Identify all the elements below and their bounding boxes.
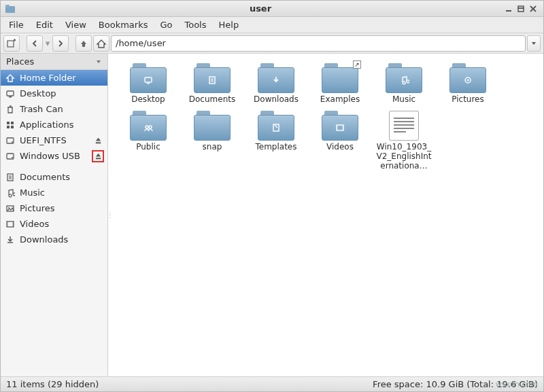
path-input[interactable] xyxy=(111,35,526,52)
sidebar-item-documents[interactable]: Documents xyxy=(1,169,107,185)
disk-icon xyxy=(5,151,16,162)
svg-rect-11 xyxy=(11,126,14,128)
up-button[interactable] xyxy=(75,35,92,52)
disk-icon xyxy=(5,135,16,146)
sidebar-item-videos[interactable]: Videos xyxy=(1,216,107,232)
menu-go[interactable]: Go xyxy=(154,18,177,31)
svg-rect-1 xyxy=(5,5,10,7)
file-label: Music xyxy=(392,94,415,104)
file-label: Downloads xyxy=(254,94,299,104)
sidebar-item-home-folder[interactable]: Home Folder xyxy=(1,70,107,86)
eject-button[interactable] xyxy=(92,151,103,162)
sidebar-item-music[interactable]: Music xyxy=(1,185,107,200)
sidebar-item-windows-usb[interactable]: Windows USB xyxy=(1,148,107,164)
app-folder-icon xyxy=(5,3,16,14)
sidebar-item-label: Trash Can xyxy=(20,104,103,114)
menu-view[interactable]: View xyxy=(60,18,92,31)
svg-point-13 xyxy=(12,141,13,143)
file-grid: Desktop Documents Downloads ↗ Examples M… xyxy=(118,62,538,172)
svg-point-26 xyxy=(149,126,152,128)
sidebar-item-applications[interactable]: Applications xyxy=(1,117,107,132)
music-icon xyxy=(5,188,16,198)
file-item[interactable]: Win10_1903_V2_EnglishInternationa… xyxy=(373,109,435,172)
file-label: Pictures xyxy=(452,94,484,104)
file-label: Desktop xyxy=(131,94,165,104)
sidebar-item-label: Desktop xyxy=(20,88,103,99)
file-label: Examples xyxy=(320,94,360,104)
sidebar-item-label: Documents xyxy=(20,172,103,182)
back-button[interactable] xyxy=(27,35,43,52)
status-right: Free space: 10.9 GiB (Total: 19.6 GiB) xyxy=(373,379,538,389)
file-item[interactable]: snap xyxy=(182,109,243,172)
history-dropdown[interactable]: ▾ xyxy=(44,38,51,48)
window-title: user xyxy=(18,3,503,14)
status-left: 11 items (29 hidden) xyxy=(6,379,99,389)
svg-rect-7 xyxy=(9,96,12,98)
doc-icon xyxy=(5,172,16,183)
file-item[interactable]: Desktop xyxy=(118,62,179,105)
sidebar-item-label: UEFI_NTFS xyxy=(20,135,88,145)
file-item[interactable]: ↗ Examples xyxy=(309,62,371,105)
folder-icon xyxy=(194,111,231,141)
menu-tools[interactable]: Tools xyxy=(179,18,211,31)
new-tab-button[interactable] xyxy=(3,35,20,52)
folder-icon xyxy=(130,111,167,141)
folder-icon xyxy=(449,63,486,93)
statusbar: 11 items (29 hidden) Free space: 10.9 Gi… xyxy=(1,376,543,391)
svg-rect-21 xyxy=(147,83,150,84)
trash-icon xyxy=(5,104,16,115)
file-item[interactable]: Templates xyxy=(245,109,307,172)
eject-button[interactable] xyxy=(92,135,103,146)
sidebar-item-label: Videos xyxy=(20,219,103,229)
svg-rect-20 xyxy=(145,77,152,82)
close-button[interactable] xyxy=(527,3,539,15)
path-dropdown[interactable] xyxy=(527,35,541,52)
sidebar-header[interactable]: Places xyxy=(1,54,107,70)
body-split: Places Home FolderDesktopTrash CanApplic… xyxy=(1,54,543,376)
menu-help[interactable]: Help xyxy=(214,18,245,31)
chevron-down-icon xyxy=(95,58,102,65)
minimize-button[interactable] xyxy=(503,3,515,15)
menu-bookmarks[interactable]: Bookmarks xyxy=(93,18,154,31)
menubar: FileEditViewBookmarksGoToolsHelp xyxy=(1,17,543,33)
file-item[interactable]: Public xyxy=(118,109,179,172)
svg-point-25 xyxy=(146,126,148,128)
forward-button[interactable] xyxy=(52,35,69,52)
file-label: snap xyxy=(203,142,222,152)
menu-file[interactable]: File xyxy=(3,18,29,31)
desk-icon xyxy=(5,88,16,99)
apps-icon xyxy=(5,120,16,130)
file-item[interactable]: Pictures xyxy=(437,62,498,105)
file-item[interactable]: Downloads xyxy=(245,62,307,105)
video-icon xyxy=(5,219,16,230)
sidebar-item-trash-can[interactable]: Trash Can xyxy=(1,101,107,117)
sidebar-item-pictures[interactable]: Pictures xyxy=(1,200,107,216)
folder-icon: ↗ xyxy=(322,63,358,93)
svg-rect-2 xyxy=(506,10,511,12)
pic-icon xyxy=(5,203,16,214)
down-icon xyxy=(5,234,16,245)
sidebar-item-label: Music xyxy=(20,188,103,198)
path-bar xyxy=(111,35,526,52)
sidebar-item-label: Windows USB xyxy=(20,151,88,161)
maximize-button[interactable] xyxy=(515,3,527,15)
file-manager-window: user FileEditViewBookmarksGoToolsHelp ▾ xyxy=(0,0,544,392)
file-pane[interactable]: Desktop Documents Downloads ↗ Examples M… xyxy=(112,54,543,376)
sidebar-item-downloads[interactable]: Downloads xyxy=(1,232,107,247)
sidebar-item-label: Pictures xyxy=(20,203,103,213)
sidebar-item-uefi-ntfs[interactable]: UEFI_NTFS xyxy=(1,132,107,148)
file-item[interactable]: Videos xyxy=(309,109,371,172)
folder-icon xyxy=(258,63,294,93)
folder-icon xyxy=(258,111,294,141)
sidebar-item-desktop[interactable]: Desktop xyxy=(1,86,107,101)
svg-rect-8 xyxy=(7,122,10,124)
svg-rect-9 xyxy=(11,122,14,124)
home-button[interactable] xyxy=(93,35,109,52)
svg-point-24 xyxy=(467,79,469,82)
file-label: Documents xyxy=(189,94,235,104)
file-item[interactable]: Documents xyxy=(182,62,243,105)
svg-rect-10 xyxy=(7,126,10,128)
menu-edit[interactable]: Edit xyxy=(31,18,58,31)
titlebar[interactable]: user xyxy=(1,1,543,17)
file-item[interactable]: Music xyxy=(373,62,435,105)
